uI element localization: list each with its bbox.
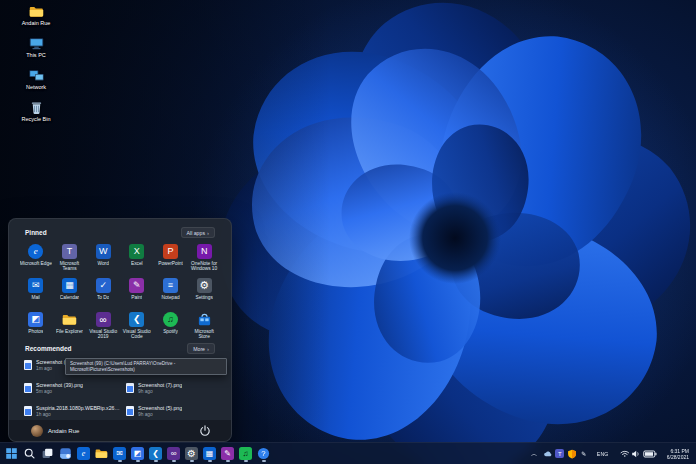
paint-icon: ✎ (129, 278, 144, 293)
clock-date: 6/28/2021 (667, 454, 689, 460)
pinned-app-label: Notepad (161, 295, 179, 306)
taskbar-button-spotify[interactable]: ♫ (237, 445, 254, 463)
taskbar-button-vscode[interactable]: ❮ (147, 445, 164, 463)
pinned-app-settings[interactable]: ⚙Settings (187, 276, 221, 307)
recommended-item-title: Screenshot (5).png (138, 405, 182, 411)
taskbar-button-visual-studio[interactable]: ∞ (165, 445, 182, 463)
taskbar-button-settings[interactable]: ⚙ (183, 445, 200, 463)
taskbar-button-task-view[interactable] (39, 445, 56, 463)
taskbar-button-edge[interactable]: e (75, 445, 92, 463)
pinned-app-onenote[interactable]: NOneNote for Windows 10 (187, 242, 221, 273)
onedrive-icon[interactable] (543, 449, 553, 459)
taskbar-button-search[interactable] (21, 445, 38, 463)
desktop-icon-andain-rue[interactable]: Andain Rue (8, 2, 64, 28)
mail-icon: ✉ (28, 278, 43, 293)
pinned-app-label: Visual Studio Code (121, 329, 153, 340)
taskbar: e✉◩❮∞⚙▦✎♫? ︿ T✎ ENG (0, 442, 696, 464)
edge-icon: e (77, 447, 90, 460)
pinned-app-notepad[interactable]: ≡Notepad (154, 276, 188, 307)
pinned-app-label: Microsoft Teams (53, 261, 85, 272)
taskbar-buttons: e✉◩❮∞⚙▦✎♫? (3, 445, 272, 463)
calendar-icon: ▦ (203, 447, 216, 460)
taskbar-button-mail[interactable]: ✉ (111, 445, 128, 463)
taskbar-button-get-help[interactable]: ? (255, 445, 272, 463)
image-file-icon (24, 406, 32, 416)
edge-icon: e (28, 244, 43, 259)
pinned-app-word[interactable]: WWord (86, 242, 120, 273)
image-file-icon (24, 383, 32, 393)
language-indicator[interactable]: ENG (592, 446, 614, 462)
pinned-app-photos[interactable]: ◩Photos (19, 310, 53, 341)
desktop-icon-this-pc[interactable]: This PC (8, 34, 64, 60)
settings-icon: ⚙ (185, 447, 198, 460)
onenote-icon: N (197, 244, 212, 259)
recommended-item[interactable]: Screenshot (39).png5m ago (21, 380, 123, 401)
all-apps-button[interactable]: All apps › (181, 227, 215, 238)
hidden-icons-button[interactable]: ︿ (529, 446, 540, 462)
power-button[interactable] (197, 423, 213, 439)
pinned-app-spotify[interactable]: ♫Spotify (154, 310, 188, 341)
taskbar-button-calendar[interactable]: ▦ (201, 445, 218, 463)
pinned-app-vscode[interactable]: ❮Visual Studio Code (120, 310, 154, 341)
desktop-icon-recycle-bin[interactable]: Recycle Bin (8, 98, 64, 124)
pinned-app-visual-studio[interactable]: ∞Visual Studio 2019 (86, 310, 120, 341)
photos-icon: ◩ (28, 312, 43, 327)
start-menu: Pinned All apps › eMicrosoft EdgeTMicros… (8, 218, 232, 442)
pinned-app-edge[interactable]: eMicrosoft Edge (19, 242, 53, 273)
pinned-app-paint[interactable]: ✎Paint (120, 276, 154, 307)
pinned-app-label: Settings (195, 295, 212, 306)
desktop-icon-network[interactable]: Network (8, 66, 64, 92)
taskbar-button-photos[interactable]: ◩ (129, 445, 146, 463)
pinned-app-label: Photos (28, 329, 43, 340)
image-file-icon (24, 360, 32, 370)
pen-icon[interactable]: ✎ (579, 449, 589, 459)
pinned-app-label: Spotify (163, 329, 178, 340)
widgets-icon (59, 447, 72, 460)
pinned-app-label: Word (97, 261, 108, 272)
help-icon: ? (257, 447, 270, 460)
taskbar-button-paint[interactable]: ✎ (219, 445, 236, 463)
defender-shield-icon[interactable] (567, 449, 577, 459)
recommended-item-meta: 9h ago (138, 389, 182, 394)
pinned-app-calendar[interactable]: ▦Calendar (53, 276, 87, 307)
taskbar-button-file-explorer[interactable] (93, 445, 110, 463)
desktop-icon-label: This PC (26, 52, 46, 58)
vscode-icon: ❮ (129, 312, 144, 327)
settings-icon: ⚙ (197, 278, 212, 293)
taskbar-button-widgets[interactable] (57, 445, 74, 463)
search-icon (23, 447, 36, 460)
desktop-icon-label: Network (26, 84, 46, 90)
file-explorer-icon (62, 312, 77, 327)
recommended-heading: Recommended (25, 345, 72, 352)
pinned-app-excel[interactable]: XExcel (120, 242, 154, 273)
spotify-icon: ♫ (163, 312, 178, 327)
taskbar-button-start[interactable] (3, 445, 20, 463)
windows-logo-icon (5, 447, 18, 460)
folder-icon (29, 4, 44, 19)
desktop-icon-label: Andain Rue (22, 20, 51, 26)
avatar (31, 425, 43, 437)
clock[interactable]: 6:31 PM 6/28/2021 (663, 448, 693, 460)
mail-icon: ✉ (113, 447, 126, 460)
svg-text:?: ? (261, 449, 266, 458)
pinned-app-store[interactable]: Microsoft Store (187, 310, 221, 341)
more-button[interactable]: More › (187, 343, 215, 354)
pinned-app-teams[interactable]: TMicrosoft Teams (53, 242, 87, 273)
pinned-app-mail[interactable]: ✉Mail (19, 276, 53, 307)
recycle-bin-icon (29, 100, 44, 115)
recommended-item[interactable]: Screenshot (7).png9h ago (123, 380, 224, 401)
pinned-app-todo[interactable]: ✓To Do (86, 276, 120, 307)
pinned-app-powerpoint[interactable]: PPowerPoint (154, 242, 188, 273)
teams-tray-icon[interactable]: T (555, 449, 565, 459)
user-profile-button[interactable]: Andain Rue (27, 423, 83, 439)
network-volume-battery-button[interactable] (617, 446, 660, 462)
desktop: Andain RueThis PCNetworkRecycle Bin Pinn… (0, 0, 696, 464)
battery-icon (643, 450, 657, 458)
tooltip-line-2: Microsoft\Pictures\Screenshots) (70, 367, 222, 373)
pinned-app-file-explorer[interactable]: File Explorer (53, 310, 87, 341)
pen-icon: ✎ (579, 449, 588, 458)
visual-studio-icon: ∞ (96, 312, 111, 327)
pinned-app-label: Paint (131, 295, 142, 306)
system-tray: ︿ T✎ ENG (529, 446, 693, 462)
vscode-icon: ❮ (149, 447, 162, 460)
